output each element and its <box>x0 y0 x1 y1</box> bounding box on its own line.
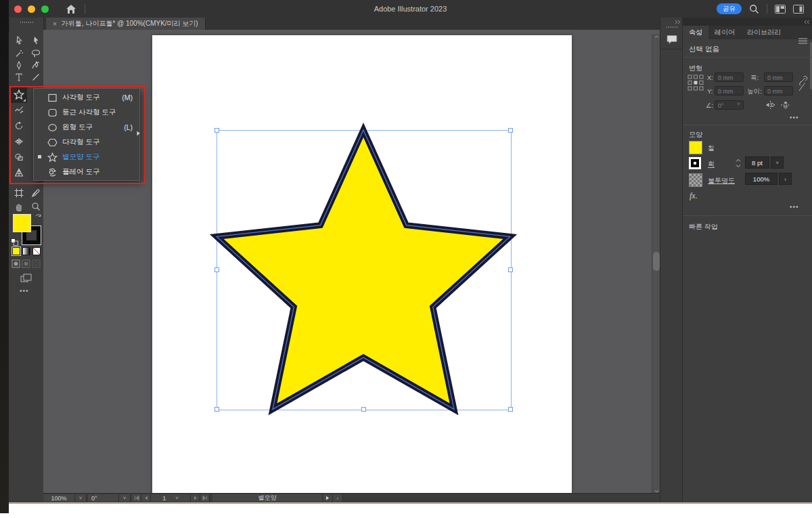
hand-tool[interactable] <box>13 201 25 212</box>
stroke-swatch[interactable] <box>689 157 701 169</box>
draw-normal-mode-icon[interactable] <box>12 259 20 268</box>
gradient-mode-swatch[interactable] <box>22 247 30 255</box>
angle-dropdown-icon[interactable]: ˅ <box>737 101 740 107</box>
lasso-tool[interactable] <box>30 48 42 59</box>
rotation-value[interactable]: 0° <box>88 494 119 502</box>
bbox-handle-bottom-left[interactable] <box>215 407 219 412</box>
panel-switcher-icon[interactable] <box>793 5 804 14</box>
tab-properties[interactable]: 속성 <box>683 26 708 39</box>
zoom-level-dropdown[interactable]: ˅ <box>75 494 87 502</box>
flip-vertical-icon[interactable] <box>781 101 790 109</box>
stroke-stepper[interactable] <box>734 158 742 168</box>
comment-bubble-icon <box>666 35 678 45</box>
draw-behind-mode-icon[interactable] <box>22 259 30 268</box>
draw-inside-mode-icon[interactable] <box>32 259 41 268</box>
appearance-more-options[interactable]: ••• <box>790 203 799 211</box>
flyout-item-ellipse[interactable]: 원형 도구(L) <box>34 120 139 135</box>
first-artboard-button[interactable] <box>132 494 141 502</box>
flip-horizontal-icon[interactable] <box>765 101 775 109</box>
opacity-value[interactable]: 100% <box>745 173 777 185</box>
pen-tool[interactable] <box>13 60 25 71</box>
selection-tool[interactable] <box>13 35 25 46</box>
bbox-handle-top-right[interactable] <box>508 128 513 133</box>
next-artboard-button[interactable] <box>191 494 200 502</box>
panel-header <box>683 18 812 26</box>
none-mode-swatch[interactable] <box>32 247 41 255</box>
zoom-window-button[interactable] <box>41 5 49 13</box>
width-tool[interactable] <box>13 136 25 147</box>
document-tab[interactable]: × 가위툴, 나이프툴* @ 100%(CMYK/미리 보기) <box>46 18 206 30</box>
y-input[interactable]: 0 mm <box>715 86 744 95</box>
zoom-tool[interactable] <box>30 201 42 212</box>
reference-point-icon[interactable] <box>687 74 704 91</box>
fill-swatch[interactable] <box>689 141 702 154</box>
close-tab-icon[interactable]: × <box>53 20 57 28</box>
type-tool[interactable] <box>13 72 25 83</box>
shaper-tool[interactable] <box>13 104 25 115</box>
edit-toolbar-button[interactable]: ••• <box>20 287 29 295</box>
rotate-tool[interactable] <box>13 121 25 131</box>
flyout-item-star[interactable]: 별모양 도구 <box>34 150 139 165</box>
perspective-grid-tool[interactable] <box>13 167 25 178</box>
star-tool-selected[interactable] <box>11 87 27 103</box>
last-artboard-button[interactable] <box>200 494 210 502</box>
expand-dock-icon[interactable] <box>675 20 681 24</box>
fx-button[interactable]: fx. <box>690 191 698 201</box>
rotation-dropdown[interactable]: ˅ <box>119 494 131 502</box>
color-mode-swatch[interactable] <box>12 247 20 255</box>
close-window-button[interactable] <box>14 5 22 13</box>
eyedropper-tool[interactable] <box>30 188 42 198</box>
share-button[interactable]: 공유 <box>717 3 742 14</box>
stroke-weight-value[interactable]: 8 pt <box>745 156 769 169</box>
search-icon[interactable] <box>749 4 759 14</box>
flyout-item-flare[interactable]: 플레어 도구 <box>34 165 139 179</box>
opacity-expand[interactable]: › <box>779 173 792 185</box>
flyout-item-rounded-rectangle[interactable]: 둥근 사각형 도구 <box>34 105 139 120</box>
shape-builder-tool[interactable] <box>13 152 25 163</box>
minimize-window-button[interactable] <box>28 5 35 13</box>
artboard-navigation[interactable]: 1˅ <box>151 494 191 502</box>
appearance-section-title: 모양 <box>689 130 702 139</box>
zoom-level-value[interactable]: 100% <box>43 494 75 502</box>
artboard-tool[interactable] <box>13 188 25 198</box>
height-input[interactable]: 0 mm <box>764 86 793 95</box>
rectangle-tool-icon <box>47 93 58 103</box>
bbox-handle-middle-right[interactable] <box>508 267 513 272</box>
magic-wand-tool[interactable] <box>13 48 25 59</box>
status-menu-button[interactable] <box>323 494 333 502</box>
status-collapse-icon[interactable]: ‹ <box>333 494 343 502</box>
curvature-tool[interactable] <box>30 60 42 71</box>
screen-mode-icon[interactable] <box>20 274 32 284</box>
bbox-handle-bottom-right[interactable] <box>508 407 513 412</box>
x-input[interactable]: 0 mm <box>715 72 744 82</box>
comments-button[interactable] <box>664 33 679 46</box>
opacity-swatch[interactable] <box>689 173 702 187</box>
default-fill-stroke-icon[interactable] <box>11 238 18 246</box>
previous-artboard-button[interactable] <box>141 494 151 502</box>
constrain-proportions-icon[interactable] <box>797 76 808 93</box>
bbox-handle-middle-left[interactable] <box>215 267 219 272</box>
workspace-layout-icon[interactable] <box>775 5 786 14</box>
flyout-item-polygon[interactable]: 다각형 도구 <box>34 135 139 150</box>
canvas-scrollbar-thumb[interactable] <box>653 252 660 271</box>
stroke-weight-dropdown[interactable]: ˅ <box>771 156 784 169</box>
collapse-panel-icon[interactable] <box>804 20 810 24</box>
bbox-handle-top-left[interactable] <box>215 128 219 133</box>
dock-drag-handle[interactable] <box>666 26 677 28</box>
transform-more-options[interactable]: ••• <box>790 114 799 121</box>
bbox-handle-bottom-center[interactable] <box>361 407 366 412</box>
direct-selection-tool[interactable] <box>30 35 42 46</box>
swap-fill-stroke-icon[interactable] <box>35 213 42 220</box>
toolbar-drag-handle[interactable] <box>20 22 33 23</box>
tab-layers[interactable]: 레이어 <box>708 26 741 39</box>
home-button[interactable] <box>66 4 76 14</box>
width-label: 폭: <box>750 74 759 83</box>
fill-color-swatch[interactable] <box>13 214 31 232</box>
line-segment-tool[interactable] <box>30 72 42 83</box>
canvas-scrollbar[interactable] <box>652 34 660 494</box>
bbox-handle-top-center[interactable] <box>361 128 366 133</box>
panel-menu-icon[interactable] <box>798 38 807 44</box>
width-input[interactable]: 0 mm <box>764 72 793 82</box>
flyout-item-rectangle[interactable]: 사각형 도구(M) <box>34 90 139 105</box>
tab-libraries[interactable]: 라이브러리 <box>741 26 787 39</box>
